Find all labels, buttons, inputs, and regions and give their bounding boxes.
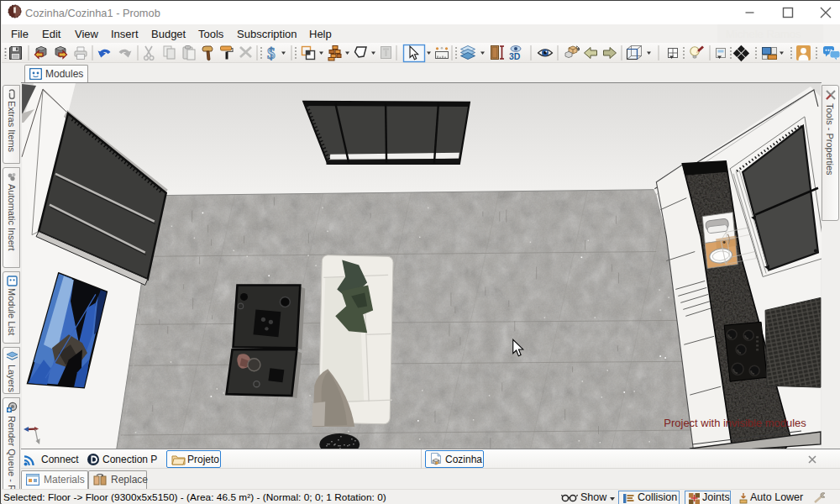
svg-text:$: $	[267, 45, 276, 62]
svg-text:Project with invisible modules: Project with invisible modules	[664, 417, 806, 429]
svg-text:3D: 3D	[509, 51, 521, 61]
